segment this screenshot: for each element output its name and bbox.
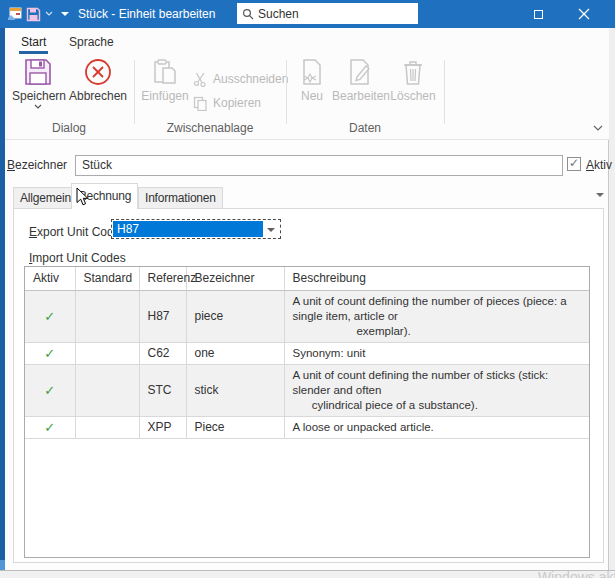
table-row[interactable]: ✓ H87 piece A unit of count defining the… [25, 290, 589, 342]
kopieren-button[interactable]: Kopieren [193, 94, 261, 112]
title-bar: Stück - Einheit bearbeiten Suchen [0, 0, 615, 28]
edit-unit-dialog: Stück - Einheit bearbeiten Suchen Window… [0, 0, 615, 578]
collapse-ribbon-icon[interactable] [593, 125, 603, 131]
standard-cell [75, 364, 139, 416]
ribbon: Start Sprache Speichern Abbrechen Dialog [5, 28, 609, 140]
aktiv-checkmark-icon: ✓ [25, 364, 75, 416]
window-title: Stück - Einheit bearbeiten [78, 0, 215, 28]
edit-window-icon[interactable] [7, 7, 22, 22]
speichern-label: Speichern [12, 89, 66, 103]
speichern-button[interactable]: Speichern [12, 56, 64, 126]
bearbeiten-button[interactable]: Bearbeiten [332, 56, 388, 126]
group-separator [444, 60, 445, 124]
bezeichner-label: Bezeichner [7, 158, 67, 172]
referenz-cell: H87 [139, 290, 186, 342]
standard-cell [75, 290, 139, 342]
column-header-beschreibung[interactable]: Beschreibung [284, 267, 589, 290]
group-label-zwischenablage: Zwischenablage [135, 121, 285, 135]
abbrechen-button[interactable]: Abbrechen [66, 56, 130, 126]
clipboard-paste-icon [150, 57, 180, 87]
quick-save-icon[interactable] [26, 7, 41, 22]
ausschneiden-button[interactable]: Ausschneiden [193, 70, 288, 88]
beschreibung-cell: A unit of count defining the number of s… [284, 364, 589, 416]
standard-cell [75, 416, 139, 438]
einfuegen-label: Einfügen [141, 89, 188, 103]
beschreibung-cell: A unit of count defining the number of p… [284, 290, 589, 342]
maximize-button[interactable] [515, 0, 561, 28]
standard-cell [75, 342, 139, 364]
group-label-dialog: Dialog [5, 121, 133, 135]
table-row[interactable]: ✓ STC stick A unit of count defining the… [25, 364, 589, 416]
group-separator [134, 60, 135, 124]
chevron-down-icon[interactable] [45, 11, 53, 16]
kopieren-label: Kopieren [213, 96, 261, 110]
qat-dropdown-icon[interactable] [61, 12, 69, 16]
bezeichner-cell: Piece [186, 416, 284, 438]
group-separator [286, 60, 287, 124]
tab-allgemein[interactable]: Allgemein [13, 187, 78, 209]
export-unit-code-value: H87 [113, 221, 263, 237]
scissors-icon [193, 72, 208, 87]
abbrechen-label: Abbrechen [69, 89, 127, 103]
referenz-cell: C62 [139, 342, 186, 364]
bezeichner-cell: piece [186, 290, 284, 342]
combo-dropdown-icon[interactable] [267, 228, 275, 232]
column-header-referenz[interactable]: Referenz [139, 267, 186, 290]
ausschneiden-label: Ausschneiden [213, 72, 288, 86]
ribbon-tab-sprache[interactable]: Sprache [67, 33, 116, 54]
new-document-icon [297, 57, 327, 87]
import-unit-codes-label: Import Unit Codes [29, 251, 126, 265]
table-row[interactable]: ✓ XPP Piece A loose or unpacked article. [25, 416, 589, 438]
close-icon [578, 8, 590, 20]
maximize-icon [534, 10, 543, 19]
table-row[interactable]: ✓ C62 one Synonym: unit [25, 342, 589, 364]
windows-activation-watermark: Windows aktivieren [538, 569, 615, 578]
tab-overflow-icon[interactable] [596, 193, 604, 197]
export-unit-code-label: Export Unit Code [29, 225, 120, 239]
bearbeiten-label: Bearbeiten [332, 89, 390, 103]
import-unit-codes-table: Aktiv Standard Referenz Bezeichner Besch… [24, 266, 590, 558]
cancel-circle-icon [83, 57, 113, 87]
loeschen-button[interactable]: Löschen [388, 56, 438, 126]
neu-button[interactable]: Neu [292, 56, 332, 126]
rechnung-tab-page: Export Unit Code H87 Import Unit Codes A… [13, 208, 604, 563]
close-button[interactable] [561, 0, 607, 28]
mouse-cursor-icon [76, 187, 89, 206]
search-placeholder: Suchen [258, 7, 299, 21]
export-unit-code-combobox[interactable]: H87 [111, 219, 281, 239]
aktiv-checkmark-icon: ✓ [25, 416, 75, 438]
einfuegen-button[interactable]: Einfügen [139, 56, 191, 126]
beschreibung-cell: Synonym: unit [284, 342, 589, 364]
aktiv-checkmark-icon: ✓ [25, 290, 75, 342]
bezeichner-cell: stick [186, 364, 284, 416]
tab-informationen[interactable]: Informationen [138, 187, 223, 209]
column-header-aktiv[interactable]: Aktiv [25, 267, 75, 290]
loeschen-label: Löschen [390, 89, 435, 103]
floppy-disk-icon [23, 57, 53, 87]
dialog-right-edge [609, 28, 615, 571]
beschreibung-cell: A loose or unpacked article. [284, 416, 589, 438]
referenz-cell: XPP [139, 416, 186, 438]
bezeichner-input[interactable]: Stück [75, 155, 563, 176]
aktiv-checkmark-icon: ✓ [25, 342, 75, 364]
bezeichner-cell: one [186, 342, 284, 364]
referenz-cell: STC [139, 364, 186, 416]
neu-label: Neu [301, 89, 323, 103]
aktiv-checkbox[interactable]: ✓ [567, 157, 581, 171]
table-header-row: Aktiv Standard Referenz Bezeichner Besch… [25, 267, 589, 290]
search-icon [242, 8, 254, 20]
column-header-standard[interactable]: Standard [75, 267, 139, 290]
checkmark-icon: ✓ [569, 156, 579, 170]
trash-icon [398, 57, 428, 87]
column-header-bezeichner[interactable]: Bezeichner [186, 267, 284, 290]
copy-icon [193, 96, 208, 111]
group-label-daten: Daten [286, 121, 444, 135]
ribbon-tab-start[interactable]: Start [19, 33, 48, 54]
search-box[interactable]: Suchen [237, 3, 418, 24]
speichern-dropdown-icon[interactable] [34, 104, 42, 109]
aktiv-label: Aktiv [586, 158, 612, 172]
dialog-bottom-edge [0, 571, 615, 578]
edit-document-icon [345, 57, 375, 87]
